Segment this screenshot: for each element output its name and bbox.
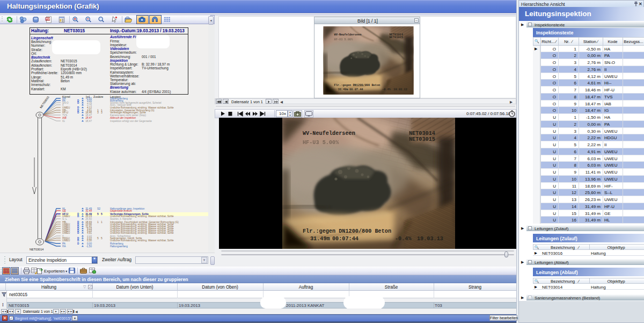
svg-text:HA: HA xyxy=(62,245,66,248)
svg-text:Undichte Rohrwandung, eindring: Undichte Rohrwandung, eindring. Wasser s… xyxy=(110,232,174,234)
svg-text:D: D xyxy=(77,102,79,104)
svg-text:25,60: 25,60 xyxy=(85,218,92,220)
svg-text:IG: IG xyxy=(62,120,65,123)
svg-text:3: 3 xyxy=(101,111,103,114)
svg-text:1: 1 xyxy=(101,220,103,224)
svg-text:5: 5 xyxy=(97,236,99,240)
svg-text:PDF: PDF xyxy=(46,18,51,20)
svg-text:1: 1 xyxy=(97,220,99,224)
svg-text:D: D xyxy=(77,239,79,242)
svg-text:NET03014: NET03014 xyxy=(30,248,43,251)
svg-text:GE: GE xyxy=(62,210,67,212)
svg-text:D: D xyxy=(77,111,79,114)
svg-text:Undichte Rohrwandung, eindring: Undichte Rohrwandung, eindring. Wasser s… xyxy=(110,239,174,242)
svg-text:NET03015: NET03015 xyxy=(39,96,50,109)
svg-text:5: 5 xyxy=(101,212,103,216)
svg-text:18,47: 18,47 xyxy=(85,120,92,123)
svg-text:S2: S2 xyxy=(97,207,100,210)
svg-text:18,47: 18,47 xyxy=(85,117,92,119)
svg-text:D: D xyxy=(77,242,79,245)
svg-text:0,30: 0,30 xyxy=(87,239,92,242)
svg-text:3: 3 xyxy=(97,111,99,114)
svg-text:5: 5 xyxy=(101,236,103,240)
svg-text:Gegenseite erreicht: Gegenseite erreicht xyxy=(110,210,133,212)
svg-text:31,49: 31,49 xyxy=(85,210,92,212)
svg-text:D: D xyxy=(77,232,79,234)
svg-text:UWEU: UWEU xyxy=(62,232,70,234)
svg-text:S--L: S--L xyxy=(62,218,67,220)
svg-text:Zusätze: Zusätze xyxy=(93,95,104,98)
svg-text:Inspektion erfolgt von der Geg: Inspektion erfolgt von der Gegenseite xyxy=(110,120,152,123)
svg-text:Stutzen, li. Kämpfer: Stutzen, li. Kämpfer xyxy=(110,218,132,220)
svg-text:Abbruch der Inspektion: Abbruch der Inspektion xyxy=(109,117,136,119)
svg-text:4,91: 4,91 xyxy=(87,232,92,234)
svg-text:-1,50: -1,50 xyxy=(86,245,92,248)
svg-text:UWEU: UWEU xyxy=(62,239,70,242)
svg-text:Haltungsanfang: Haltungsanfang xyxy=(110,245,128,248)
svg-text:5: 5 xyxy=(97,212,99,216)
svg-text:IAB: IAB xyxy=(62,117,67,119)
